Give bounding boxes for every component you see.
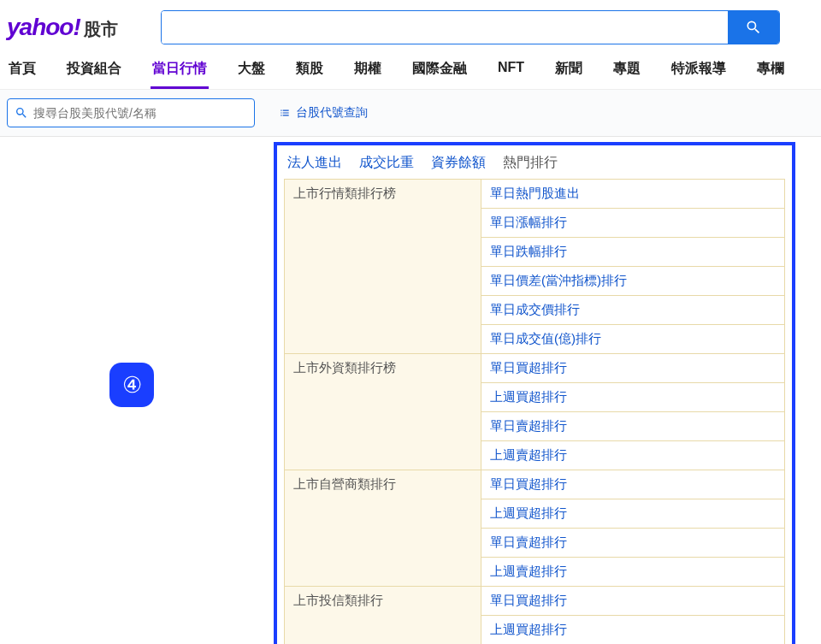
nav-item[interactable]: 專欄: [755, 55, 786, 89]
ranking-link[interactable]: 單日買超排行: [490, 593, 567, 607]
ranking-link[interactable]: 上週買超排行: [490, 622, 567, 636]
panel-tabs: 法人進出成交比重資券餘額熱門排行: [277, 151, 792, 179]
nav-item[interactable]: 專題: [611, 55, 642, 89]
ranking-panel: 法人進出成交比重資券餘額熱門排行 上市行情類排行榜單日熱門股進出單日漲幅排行單日…: [274, 142, 795, 644]
logo[interactable]: yahoo! 股市: [7, 14, 118, 41]
ranking-group-header: 上市投信類排行: [285, 587, 481, 645]
ranking-link[interactable]: 單日賣超排行: [490, 535, 567, 549]
nav-item[interactable]: 大盤: [236, 55, 267, 89]
panel-tab[interactable]: 資券餘額: [431, 154, 486, 172]
ranking-link[interactable]: 單日賣超排行: [490, 418, 567, 433]
ranking-group-header: 上市自營商類排行: [285, 470, 481, 587]
main-nav: 首頁投資組合當日行情大盤類股期權國際金融NFT新聞專題特派報導專欄: [0, 51, 821, 90]
search-icon: [745, 19, 762, 36]
panel-tab: 熱門排行: [503, 154, 558, 172]
ranking-table: 上市行情類排行榜單日熱門股進出單日漲幅排行單日跌幅排行單日價差(當沖指標)排行單…: [284, 179, 785, 644]
nav-item[interactable]: 特派報導: [670, 55, 728, 89]
nav-item[interactable]: 當日行情: [151, 55, 209, 89]
ranking-link[interactable]: 單日成交價排行: [490, 302, 580, 316]
nav-item[interactable]: 首頁: [7, 55, 38, 89]
ranking-group-header: 上市外資類排行榜: [285, 354, 481, 470]
main-search-button[interactable]: [728, 11, 779, 44]
logo-sub: 股市: [84, 18, 118, 41]
nav-item[interactable]: 類股: [294, 55, 325, 89]
logo-main: yahoo!: [7, 14, 80, 41]
nav-item[interactable]: 新聞: [553, 55, 584, 89]
panel-tab[interactable]: 法人進出: [287, 154, 342, 172]
ranking-link[interactable]: 單日買超排行: [490, 476, 567, 491]
ranking-link[interactable]: 單日價差(當沖指標)排行: [490, 273, 627, 287]
nav-item[interactable]: 國際金融: [410, 55, 469, 89]
stock-search: [7, 98, 255, 127]
nav-item[interactable]: 期權: [352, 55, 383, 89]
code-lookup-link[interactable]: 台股代號查詢: [279, 105, 368, 121]
code-lookup-label: 台股代號查詢: [296, 105, 368, 121]
ranking-link[interactable]: 單日買超排行: [490, 360, 567, 375]
stock-search-input[interactable]: [33, 106, 247, 120]
ranking-link[interactable]: 上週賣超排行: [490, 447, 567, 462]
ranking-link[interactable]: 單日跌幅排行: [490, 244, 567, 258]
ranking-link[interactable]: 單日熱門股進出: [490, 186, 580, 200]
ranking-group-header: 上市行情類排行榜: [285, 180, 481, 354]
ranking-link[interactable]: 上週買超排行: [490, 505, 567, 520]
ranking-link[interactable]: 上週買超排行: [490, 389, 567, 404]
nav-item[interactable]: NFT: [496, 55, 526, 89]
ranking-link[interactable]: 單日成交值(億)排行: [490, 331, 601, 346]
nav-item[interactable]: 投資組合: [65, 55, 123, 89]
step-badge-4: ④: [109, 363, 154, 407]
ranking-link[interactable]: 單日漲幅排行: [490, 215, 567, 229]
main-search: [161, 10, 780, 44]
panel-tab[interactable]: 成交比重: [359, 154, 414, 172]
main-search-input[interactable]: [162, 11, 728, 44]
ranking-link[interactable]: 上週賣超排行: [490, 564, 567, 578]
list-icon: [279, 107, 291, 119]
search-icon: [15, 106, 28, 120]
